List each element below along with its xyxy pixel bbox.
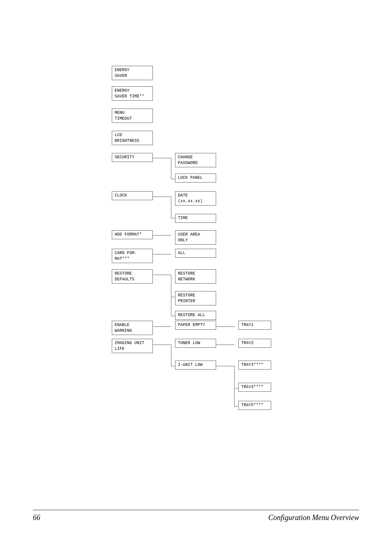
conn-security — [153, 158, 171, 158]
conn-tray4 — [234, 388, 238, 388]
toner-low-box: TONER LOW — [175, 339, 216, 348]
page-title: Configuration Menu Overview — [268, 513, 359, 522]
all-box: ALL — [175, 249, 216, 258]
conn-iunit — [216, 366, 235, 366]
menu-timeout-box: MENUTIMEOUT — [112, 109, 153, 123]
conn-card — [153, 254, 171, 254]
i-unit-low-box: I-UNIT LOW — [175, 361, 216, 370]
vline-security — [171, 158, 171, 179]
conn-clock — [153, 197, 171, 197]
page-number: 66 — [33, 513, 40, 522]
conn-restore — [153, 275, 171, 275]
user-area-only-box: USER AREAONLY — [175, 230, 216, 245]
conn-tray5 — [234, 406, 238, 407]
security-box: SECURITY — [112, 153, 153, 162]
conn-toner — [216, 345, 235, 345]
hdd-format-box: HDD FORMAT* — [112, 230, 153, 239]
change-password-box: CHANGEPASSWORD — [175, 153, 216, 167]
conn-enable — [153, 326, 171, 327]
tray5-box: TRAY5**** — [238, 401, 271, 410]
conn-restore-p — [171, 297, 175, 297]
clock-box: CLOCK — [112, 191, 153, 200]
restore-defaults-box: RESTOREDEFAULTS — [112, 269, 153, 284]
paper-empty-box: PAPER EMPTY — [175, 321, 216, 330]
lcd-brightness-box: LCDBRIGHTNESS — [112, 131, 153, 145]
tray1-box: TRAY1 — [238, 321, 271, 330]
tray3-box: TRAY3**** — [238, 361, 271, 370]
restore-network-box: RESTORENETWORK — [175, 269, 216, 284]
energy-saver-box: ENERGYSAVER — [112, 66, 153, 80]
vline-imaging — [171, 345, 171, 366]
tray4-box: TRAY4**** — [238, 383, 271, 392]
conn-imaging-iunit — [171, 366, 175, 366]
restore-printer-box: RESTOREPRINTER — [175, 291, 216, 305]
conn-imaging — [153, 345, 171, 345]
enable-warning-box: ENABLEWARNING — [112, 321, 153, 335]
restore-all-box: RESTORE ALL — [175, 311, 216, 320]
imaging-unit-life-box: IMAGING UNITLIFE — [112, 339, 153, 353]
time-box: TIME — [175, 214, 216, 223]
tray2-box: TRAY2 — [238, 339, 271, 348]
conn-restore-all — [171, 316, 175, 316]
date-box: DATE(xx.xx.xx) — [175, 191, 216, 206]
menu-diagram: ENERGYSAVER ENERGYSAVER TIME** MENUTIMEO… — [110, 66, 282, 403]
card-format-box: CARD FOR-MAT*** — [112, 249, 153, 263]
lock-panel-box: LOCK PANEL — [175, 173, 216, 183]
conn-hdd — [153, 235, 171, 236]
conn-security-lp — [171, 179, 175, 179]
conn-paper — [216, 326, 235, 327]
vline-tray — [234, 366, 235, 407]
vline-clock — [171, 197, 171, 218]
energy-saver-time-box: ENERGYSAVER TIME** — [112, 86, 153, 101]
vline-restore — [171, 275, 171, 316]
conn-clock-time — [171, 218, 175, 218]
